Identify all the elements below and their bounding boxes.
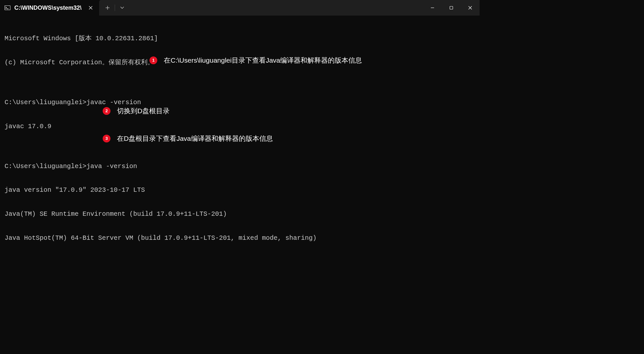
terminal-line: Java HotSpot(TM) 64-Bit Server VM (build… [5,234,475,242]
annotation-text: 切换到D盘根目录 [115,106,172,116]
terminal-line: C:\Users\liuguanglei>javac -version [5,99,475,107]
tab-dropdown-button[interactable] [116,2,128,14]
tab-bar-area [99,0,480,16]
minimize-icon [431,6,434,10]
tab-close-button[interactable] [87,5,94,11]
cmd-icon [5,5,10,11]
terminal-line: java version "17.0.9" 2023-10-17 LTS [5,186,475,194]
close-window-button[interactable] [461,0,480,16]
close-icon [89,6,93,10]
annotation-text: 在D盘根目录下查看Java编译器和解释器的版本信息 [115,134,275,143]
annotation-2: 2 切换到D盘根目录 [103,106,172,116]
close-icon [468,6,472,10]
annotation-badge: 2 [103,107,110,115]
plus-icon [105,6,110,10]
new-tab-button[interactable] [102,2,113,14]
terminal-output[interactable]: Microsoft Windows [版本 10.0.22631.2861] (… [0,16,480,263]
svg-rect-1 [5,6,10,10]
terminal-line: javac 17.0.9 [5,123,475,131]
annotation-badge: 1 [149,56,157,64]
maximize-icon [449,6,453,10]
annotation-badge: 3 [103,135,110,142]
annotation-3: 3 在D盘根目录下查看Java编译器和解释器的版本信息 [103,134,275,143]
tab-title: C:\WINDOWS\system32\ [14,5,82,11]
annotation-text: 在C:\Users\liuguanglei目录下查看Java编译器和解释器的版本… [162,56,364,65]
terminal-line: Microsoft Windows [版本 10.0.22631.2861] [5,35,475,43]
svg-rect-8 [450,6,453,9]
minimize-button[interactable] [423,0,442,16]
tab-active[interactable]: C:\WINDOWS\system32\ [0,0,99,16]
annotation-1: 1 在C:\Users\liuguanglei目录下查看Java编译器和解释器的… [149,56,364,65]
chevron-down-icon [120,6,124,9]
terminal-line: Java(TM) SE Runtime Environment (build 1… [5,210,475,218]
titlebar: C:\WINDOWS\system32\ [0,0,480,16]
window-controls [423,0,480,16]
maximize-button[interactable] [442,0,461,16]
terminal-line: C:\Users\liuguanglei>java -version [5,163,475,171]
divider [115,5,115,11]
